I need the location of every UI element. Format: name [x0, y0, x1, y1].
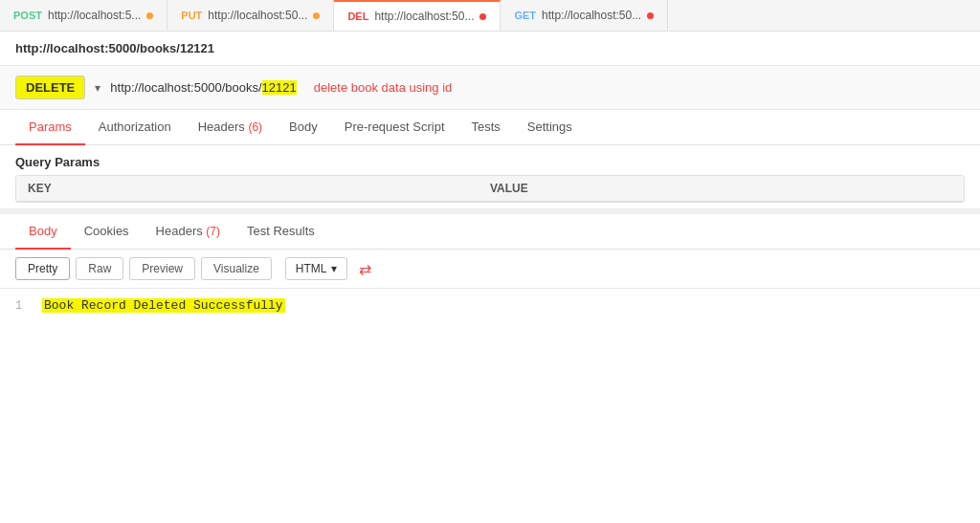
response-body: 1 Book Record Deleted Successfully — [0, 289, 980, 322]
tab-method-post: POST — [13, 10, 42, 21]
tab-item-del[interactable]: DELhttp://localhost:50... — [334, 0, 501, 31]
method-dropdown[interactable]: ▾ — [95, 81, 100, 95]
request-tab-body[interactable]: Body — [276, 110, 331, 145]
response-tab-body[interactable]: Body — [15, 214, 71, 250]
line-number: 1 — [15, 299, 42, 313]
request-url-id: 12121 — [262, 80, 297, 95]
format-btn-visualize[interactable]: Visualize — [201, 257, 272, 280]
query-params-label: Query Params — [0, 145, 980, 175]
format-btn-raw[interactable]: Raw — [76, 257, 123, 280]
response-line: 1 Book Record Deleted Successfully — [0, 296, 980, 315]
response-tabs-row: BodyCookiesHeaders (7)Test Results — [0, 214, 980, 250]
url-display: http://localhost:5000/books/12121 — [0, 32, 980, 66]
tab-dot-3 — [647, 12, 654, 19]
response-tab-headers[interactable]: Headers (7) — [143, 214, 234, 250]
tab-item-put[interactable]: PUThttp://localhost:50... — [167, 0, 334, 31]
params-key-header: KEY — [28, 182, 490, 195]
response-tab-cookies[interactable]: Cookies — [71, 214, 143, 250]
tab-dot-0 — [146, 12, 153, 19]
wrap-icon[interactable]: ⇄ — [359, 260, 371, 278]
tab-method-get: GET — [514, 10, 536, 21]
tab-url-1: http://localhost:50... — [208, 9, 307, 22]
format-select-arrow: ▾ — [331, 262, 337, 275]
tab-dot-1 — [313, 12, 320, 19]
request-bar: DELETE ▾ http://localhost:5000/books/121… — [0, 66, 980, 110]
tab-bar: POSThttp://localhost:5...PUThttp://local… — [0, 0, 980, 32]
tab-method-del: DEL — [347, 11, 368, 22]
tab-item-post[interactable]: POSThttp://localhost:5... — [0, 0, 167, 31]
request-tab-tests[interactable]: Tests — [458, 110, 514, 145]
line-content: Book Record Deleted Successfully — [42, 298, 285, 313]
tab-url-3: http://localhost:50... — [542, 9, 641, 22]
response-tab-test-results[interactable]: Test Results — [234, 214, 328, 250]
resp-badge-2: (7) — [206, 225, 220, 238]
request-description: delete book data using id — [314, 80, 453, 95]
format-btn-preview[interactable]: Preview — [129, 257, 195, 280]
format-select-label: HTML — [296, 262, 327, 275]
format-bar: PrettyRawPreviewVisualizeHTML▾⇄ — [0, 250, 980, 289]
request-tab-params[interactable]: Params — [15, 110, 85, 145]
method-badge[interactable]: DELETE — [15, 76, 85, 99]
tab-url-0: http://localhost:5... — [48, 9, 141, 22]
request-tab-headers[interactable]: Headers (6) — [185, 110, 276, 145]
request-tabs-row: ParamsAuthorizationHeaders (6)BodyPre-re… — [0, 110, 980, 145]
url-display-text: http://localhost:5000/books/12121 — [15, 41, 214, 55]
tab-url-2: http://localhost:50... — [374, 10, 474, 23]
badge-2: (6) — [248, 120, 262, 134]
request-tab-authorization[interactable]: Authorization — [85, 110, 185, 145]
request-url: http://localhost:5000/books/12121 — [110, 80, 296, 95]
request-tab-settings[interactable]: Settings — [514, 110, 586, 145]
format-select[interactable]: HTML▾ — [285, 257, 347, 280]
request-tab-pre-request-script[interactable]: Pre-request Script — [331, 110, 458, 145]
request-url-prefix: http://localhost:5000/books/ — [110, 80, 261, 95]
params-value-header: VALUE — [490, 182, 952, 195]
tab-method-put: PUT — [181, 10, 202, 21]
params-table: KEY VALUE — [15, 175, 965, 203]
params-header: KEY VALUE — [16, 176, 964, 202]
tab-dot-2 — [479, 13, 486, 20]
format-btn-pretty[interactable]: Pretty — [15, 257, 70, 280]
tab-item-get[interactable]: GEThttp://localhost:50... — [501, 0, 668, 31]
